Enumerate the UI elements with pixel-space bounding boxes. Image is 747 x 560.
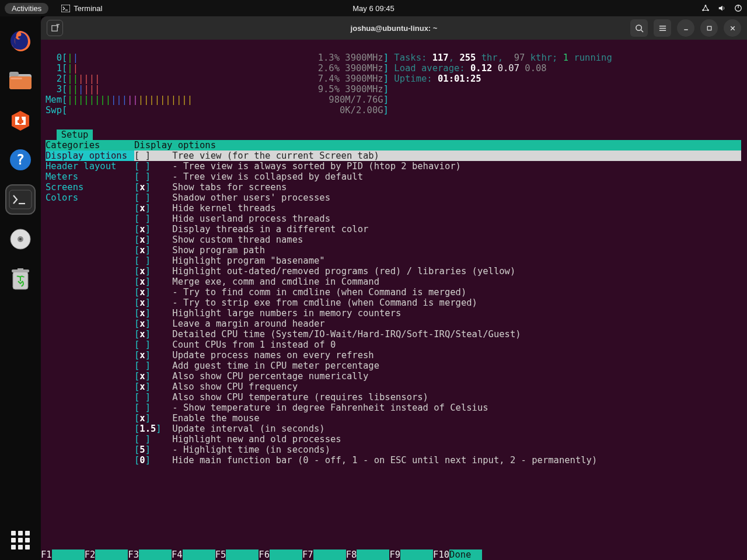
- svg-rect-11: [11, 78, 22, 79]
- option-row[interactable]: [x] Show tabs for screens: [134, 182, 287, 192]
- option-row[interactable]: [x] Leave a margin around header: [134, 318, 325, 329]
- option-row[interactable]: [x] Enable the mouse: [134, 413, 260, 424]
- option-row[interactable]: [ ] Tree view (for the current Screen ta…: [134, 150, 741, 161]
- network-icon[interactable]: [701, 4, 710, 12]
- dock-disc[interactable]: [6, 225, 34, 253]
- clock[interactable]: May 6 09:45: [352, 4, 395, 13]
- svg-rect-15: [9, 190, 32, 209]
- terminal-content[interactable]: 0[|| 1.3% 3900MHz] Tasks: 117, 255 thr, …: [41, 40, 747, 560]
- category-item[interactable]: Meters: [46, 172, 134, 182]
- setup-tab: Setup: [57, 130, 93, 140]
- option-row[interactable]: [x] Highlight out-dated/removed programs…: [134, 266, 515, 276]
- sound-icon[interactable]: [718, 4, 726, 12]
- option-row[interactable]: [ ] Shadow other users' processes: [134, 192, 330, 203]
- activities-button[interactable]: Activities: [5, 3, 48, 14]
- topbar-active-app[interactable]: Terminal: [55, 3, 108, 14]
- dock-firefox[interactable]: [6, 27, 34, 55]
- svg-text:?: ?: [16, 152, 25, 168]
- svg-line-28: [641, 30, 643, 32]
- option-row[interactable]: [5] - Highlight time (in seconds): [134, 444, 330, 455]
- maximize-button[interactable]: [700, 19, 718, 37]
- close-button[interactable]: [724, 19, 741, 37]
- option-row[interactable]: [1.5] Update interval (in seconds): [134, 424, 325, 434]
- htop-footer[interactable]: F1 F2 F3 F4 F5 F6 F7 F8 F9 F10Done: [41, 550, 747, 560]
- option-row[interactable]: [ ] - Tree view is always sorted by PID …: [134, 161, 461, 172]
- option-row[interactable]: [ ] - Show temperature in degree Fahrenh…: [134, 402, 488, 413]
- option-row[interactable]: [x] Also show CPU percentage numerically: [134, 371, 368, 382]
- category-item[interactable]: Colors: [46, 192, 134, 203]
- svg-rect-9: [9, 72, 19, 76]
- option-row[interactable]: [x] Merge exe, comm and cmdline in Comma…: [134, 276, 379, 287]
- option-row[interactable]: [x] - Try to find comm in cmdline (when …: [134, 287, 466, 298]
- option-row[interactable]: [ ] Add guest time in CPU meter percenta…: [134, 360, 379, 371]
- option-row[interactable]: [x] Display threads in a different color: [134, 224, 368, 235]
- option-row[interactable]: [x] - Try to strip exe from cmdline (whe…: [134, 298, 477, 308]
- menu-button[interactable]: [654, 19, 671, 37]
- terminal-app-icon: [61, 5, 70, 12]
- svg-point-20: [19, 238, 22, 240]
- category-item[interactable]: Screens: [46, 182, 134, 192]
- option-row[interactable]: [x] Also show CPU frequency: [134, 382, 298, 392]
- svg-rect-24: [51, 25, 57, 30]
- power-icon[interactable]: [734, 4, 742, 12]
- search-button[interactable]: [630, 19, 648, 37]
- new-tab-button[interactable]: [47, 20, 63, 36]
- svg-rect-33: [707, 26, 711, 30]
- option-row[interactable]: [ ] Highlight program "basename": [134, 256, 325, 266]
- terminal-window: joshua@ubuntu-linux: ~ 0[||: [41, 16, 747, 560]
- minimize-button[interactable]: [677, 19, 694, 37]
- svg-point-27: [636, 24, 641, 30]
- option-row[interactable]: [x] Show program path: [134, 245, 265, 256]
- svg-text:A: A: [18, 114, 23, 125]
- option-row[interactable]: [ ] - Tree view is collapsed by default: [134, 172, 363, 182]
- dock-trash[interactable]: [6, 265, 34, 293]
- option-row[interactable]: [x] Show custom thread names: [134, 235, 303, 245]
- dock-files[interactable]: [6, 66, 34, 94]
- svg-rect-0: [61, 5, 70, 12]
- category-item[interactable]: Header layout: [46, 161, 134, 172]
- gnome-top-bar: Activities Terminal May 6 09:45: [0, 0, 747, 16]
- option-row[interactable]: [ ] Also show CPU temperature (requires …: [134, 392, 428, 402]
- option-row[interactable]: [x] Highlight large numbers in memory co…: [134, 308, 401, 318]
- option-row[interactable]: [ ] Hide userland process threads: [134, 214, 330, 224]
- window-title: joshua@ubuntu-linux: ~: [351, 24, 438, 33]
- option-row[interactable]: [x] Hide kernel threads: [134, 203, 276, 214]
- category-item[interactable]: Display options: [46, 150, 134, 161]
- gnome-dock: A ?: [0, 16, 41, 560]
- dock-show-apps[interactable]: [11, 531, 30, 550]
- option-row[interactable]: [ ] Highlight new and old processes: [134, 434, 341, 444]
- terminal-titlebar: joshua@ubuntu-linux: ~: [41, 16, 747, 40]
- option-row[interactable]: [0] Hide main function bar (0 - off, 1 -…: [134, 455, 597, 466]
- dock-software[interactable]: A: [6, 106, 34, 134]
- option-row[interactable]: [x] Detailed CPU time (System/IO-Wait/Ha…: [134, 329, 521, 340]
- dock-terminal[interactable]: [6, 186, 34, 214]
- option-row[interactable]: [x] Update process names on every refres…: [134, 350, 374, 360]
- option-row[interactable]: [ ] Count CPUs from 1 instead of 0: [134, 340, 336, 350]
- dock-help[interactable]: ?: [6, 146, 34, 174]
- topbar-app-label: Terminal: [74, 4, 102, 13]
